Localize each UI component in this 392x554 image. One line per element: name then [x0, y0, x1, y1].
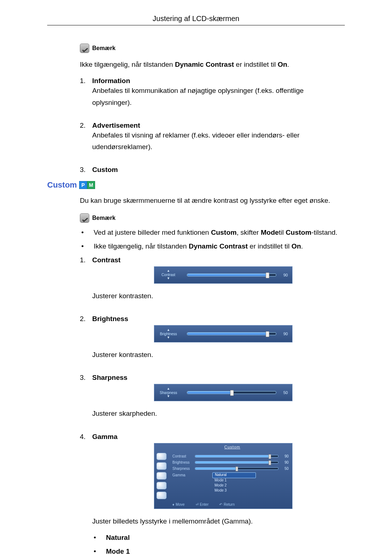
- item-title-sharpness: Sharpness: [92, 374, 345, 382]
- list-item-title: Custom: [92, 166, 345, 174]
- osd-footer-return: ↶ Return: [219, 502, 234, 506]
- note-text: Ikke tilgængelig, når tilstanden Dynamic…: [80, 59, 345, 70]
- item-title-brightness: Brightness: [92, 315, 345, 323]
- chevron-up-icon: ▲: [167, 328, 170, 332]
- osd-value: 50: [283, 390, 288, 395]
- osd-slider-brightness: ▲Brightness▼ 90: [154, 325, 293, 342]
- bullet-text: Ved at justere billeder med funktionen C…: [94, 229, 338, 237]
- osd-panel-gamma: Custom Contrast90 Brightness90 Sharpness…: [154, 443, 293, 509]
- list-item-title: Advertisement: [92, 122, 345, 130]
- gamma-mode-item: Natural: [106, 534, 130, 542]
- osd-panel-title: Custom: [176, 445, 289, 451]
- osd-gamma-label: Gamma: [172, 473, 185, 477]
- osd-gamma-options: Natural Mode 1 Mode 2 Mode 3: [212, 472, 256, 493]
- list-number: 3.: [80, 374, 92, 426]
- list-number: 1.: [80, 256, 92, 308]
- list-item-desc: Anbefales til kommunikation af nøjagtige…: [92, 85, 345, 108]
- osd-row-label: Sharpness: [172, 467, 195, 471]
- item-desc: Justerer kontrasten.: [92, 349, 345, 361]
- osd-row-label: Brightness: [172, 460, 195, 464]
- osd-tab-icon: [156, 472, 167, 480]
- gamma-mode-item: Mode 1: [106, 547, 130, 554]
- item-title-gamma: Gamma: [92, 433, 345, 441]
- osd-tab-icon: [156, 482, 167, 489]
- bullet-text: Ikke tilgængelig, når tilstanden Dynamic…: [94, 242, 303, 250]
- osd-tab-icon: [156, 492, 167, 499]
- note-label: Bemærk: [92, 215, 115, 221]
- list-number: 4.: [80, 433, 92, 554]
- list-item-title: Information: [92, 77, 345, 85]
- osd-gamma-option: Natural: [212, 472, 256, 478]
- osd-gamma-option: Mode 1: [212, 478, 256, 483]
- pm-badge: P M: [79, 181, 95, 189]
- osd-slider-contrast: ▲Contrast▼ 90: [154, 266, 293, 284]
- osd-row-label: Contrast: [172, 454, 195, 458]
- custom-notes: Ved at justere billeder med funktionen C…: [80, 229, 345, 250]
- osd-footer-enter: ⏎ Enter: [196, 502, 209, 506]
- chevron-up-icon: ▲: [167, 269, 170, 273]
- section-heading-custom: Custom P M: [47, 180, 345, 190]
- list-number: 1.: [80, 77, 92, 115]
- osd-tab-icon: [156, 462, 167, 470]
- custom-intro: Du kan bruge skærmmenuerne til at ændre …: [80, 195, 345, 206]
- osd-side-icons: [156, 453, 169, 499]
- osd-value: 90: [283, 332, 288, 336]
- header-divider: [47, 25, 345, 25]
- osd-label: Brightness: [160, 332, 177, 336]
- note-label: Bemærk: [92, 45, 115, 52]
- osd-row-value: 90: [281, 460, 289, 464]
- osd-row-value: 50: [281, 467, 289, 471]
- osd-footer-move: ♦ Move: [172, 502, 185, 506]
- osd-row-value: 90: [281, 454, 289, 458]
- chevron-up-icon: ▲: [167, 387, 170, 391]
- item-title-contrast: Contrast: [92, 256, 345, 264]
- mode-list: 1. Information Anbefales til kommunikati…: [80, 77, 345, 174]
- note-icon: [80, 44, 89, 53]
- badge-m-icon: M: [87, 181, 95, 189]
- badge-p-icon: P: [79, 181, 87, 189]
- osd-gamma-option: Mode 3: [212, 488, 256, 493]
- page-title: Justering af LCD-skærmen: [47, 15, 345, 23]
- chevron-down-icon: ▼: [167, 336, 170, 340]
- gamma-mode-list: Natural Mode 1: [92, 534, 345, 554]
- item-desc: Juster billedets lysstyrke i mellemområd…: [92, 516, 345, 527]
- item-desc: Justerer kontrasten.: [92, 290, 345, 302]
- osd-gamma-option: Mode 2: [212, 483, 256, 488]
- osd-value: 90: [283, 273, 288, 277]
- list-number: 3.: [80, 166, 92, 174]
- osd-slider-sharpness: ▲Sharpness▼ 50: [154, 384, 293, 401]
- item-desc: Justerer skarpheden.: [92, 408, 345, 419]
- adjustment-list: 1. Contrast ▲Contrast▼ 90 Justerer kontr…: [80, 256, 345, 554]
- list-number: 2.: [80, 122, 92, 160]
- list-item-desc: Anbefales til visning af reklamer (f.eks…: [92, 130, 345, 153]
- list-number: 2.: [80, 315, 92, 367]
- chevron-down-icon: ▼: [167, 277, 170, 280]
- chevron-down-icon: ▼: [167, 395, 170, 398]
- note-icon: [80, 213, 89, 223]
- osd-tab-icon: [156, 453, 167, 460]
